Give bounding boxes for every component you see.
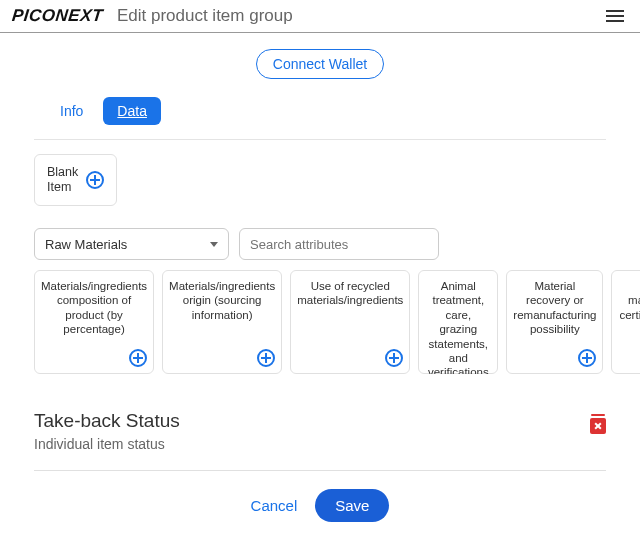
section-title: Take-back Status (34, 410, 180, 432)
connect-wallet-button[interactable]: Connect Wallet (256, 49, 384, 79)
tabs: Info Data (46, 97, 606, 125)
menu-icon[interactable] (602, 6, 628, 26)
add-blank-item-icon[interactable] (86, 171, 104, 189)
blank-item-label: Blank Item (47, 165, 78, 195)
section-subtitle: Individual item status (34, 436, 180, 452)
add-attribute-icon[interactable] (129, 349, 147, 367)
chevron-down-icon (210, 242, 218, 247)
attribute-card: Raw materials certifications (611, 270, 640, 374)
attribute-label: Materials/ingredients origin (sourcing i… (169, 279, 275, 322)
category-select[interactable]: Raw Materials (34, 228, 229, 260)
brand-logo: PICONEXT (11, 6, 104, 26)
delete-icon[interactable] (590, 418, 606, 434)
attribute-card: Material recovery or remanufacturing pos… (506, 270, 603, 374)
category-select-value: Raw Materials (45, 237, 127, 252)
attribute-card: Materials/ingredients composition of pro… (34, 270, 154, 374)
footer: Cancel Save (34, 470, 606, 522)
takeback-section: Take-back Status Individual item status (34, 404, 606, 470)
attribute-card: Materials/ingredients origin (sourcing i… (162, 270, 282, 374)
top-bar: PICONEXT Edit product item group (0, 0, 640, 33)
attribute-label: Raw materials certifications (618, 279, 640, 322)
attribute-label: Animal treatment, care, grazing statemen… (425, 279, 491, 374)
attribute-card: Animal treatment, care, grazing statemen… (418, 270, 498, 374)
cancel-button[interactable]: Cancel (251, 497, 298, 514)
divider (34, 139, 606, 140)
add-attribute-icon[interactable] (257, 349, 275, 367)
attribute-label: Material recovery or remanufacturing pos… (513, 279, 596, 337)
attribute-label: Use of recycled materials/ingredients (297, 279, 403, 308)
attribute-label: Materials/ingredients composition of pro… (41, 279, 147, 337)
add-attribute-icon[interactable] (578, 349, 596, 367)
attribute-card: Use of recycled materials/ingredients (290, 270, 410, 374)
blank-item-card: Blank Item (34, 154, 117, 206)
attribute-list: Materials/ingredients composition of pro… (34, 270, 640, 374)
search-input[interactable] (239, 228, 439, 260)
page-title: Edit product item group (117, 6, 293, 26)
tab-info[interactable]: Info (46, 97, 97, 125)
tab-data[interactable]: Data (103, 97, 161, 125)
save-button[interactable]: Save (315, 489, 389, 522)
add-attribute-icon[interactable] (385, 349, 403, 367)
